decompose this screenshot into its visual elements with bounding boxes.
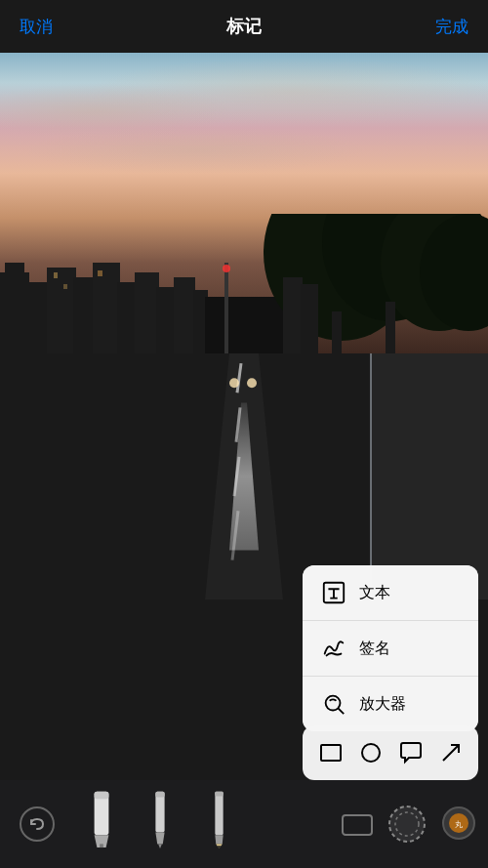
svg-rect-41: [321, 745, 341, 761]
cancel-button[interactable]: 取消: [20, 16, 53, 38]
svg-point-24: [223, 265, 230, 272]
popup-item-text[interactable]: 文本: [303, 565, 478, 621]
lasso-select-tool[interactable]: [385, 802, 429, 850]
shapes-row: [303, 725, 478, 780]
svg-marker-54: [215, 835, 223, 844]
svg-rect-49: [155, 792, 164, 798]
svg-point-32: [247, 378, 257, 388]
undo-button[interactable]: [20, 806, 55, 842]
popup-menu: 文本 签名 放大器: [303, 565, 478, 731]
page-title: 标记: [226, 15, 262, 38]
shape-circle-button[interactable]: [353, 735, 388, 770]
svg-point-42: [362, 744, 380, 762]
svg-rect-33: [371, 353, 488, 599]
svg-rect-8: [54, 272, 58, 278]
svg-rect-45: [95, 792, 109, 799]
svg-line-43: [443, 745, 459, 761]
pen-tool[interactable]: [139, 790, 182, 858]
road-layer: [0, 353, 488, 599]
done-button[interactable]: 完成: [435, 16, 468, 38]
svg-rect-52: [215, 792, 223, 835]
shape-speech-button[interactable]: [393, 735, 428, 770]
shape-rect-button[interactable]: [313, 735, 348, 770]
svg-rect-53: [215, 792, 223, 797]
buildings-silhouette: [0, 214, 488, 370]
marker-tool[interactable]: [80, 790, 123, 858]
svg-marker-50: [155, 832, 164, 844]
svg-rect-57: [343, 815, 372, 835]
top-bar: 取消 标记 完成: [0, 0, 488, 53]
toolbar: 丸: [0, 780, 488, 868]
signature-icon: [318, 633, 349, 664]
svg-text:丸: 丸: [455, 820, 463, 829]
svg-rect-47: [100, 844, 103, 847]
text-icon: [318, 577, 349, 608]
svg-rect-9: [63, 284, 67, 289]
svg-point-31: [229, 378, 239, 388]
popup-text-label: 文本: [359, 583, 390, 603]
svg-point-39: [326, 696, 341, 711]
popup-item-signature[interactable]: 签名: [303, 621, 478, 677]
svg-rect-48: [155, 792, 164, 833]
svg-rect-10: [98, 270, 102, 276]
popup-magnifier-label: 放大器: [359, 694, 406, 715]
svg-marker-56: [217, 846, 222, 848]
popup-signature-label: 签名: [359, 639, 390, 659]
popup-item-magnifier[interactable]: 放大器: [303, 677, 478, 731]
svg-line-40: [339, 709, 345, 715]
eraser-tool[interactable]: [339, 806, 376, 847]
color-fill-tool[interactable]: 丸: [439, 804, 478, 847]
photo-composite: [0, 53, 488, 599]
photo-area: [0, 53, 488, 599]
shape-arrow-button[interactable]: [433, 735, 468, 770]
road-detail: [0, 353, 488, 599]
bottom-area: 文本 签名 放大器: [0, 599, 488, 868]
svg-marker-51: [158, 844, 162, 848]
pencil-tool[interactable]: [197, 790, 240, 858]
magnifier-icon: [318, 688, 349, 720]
